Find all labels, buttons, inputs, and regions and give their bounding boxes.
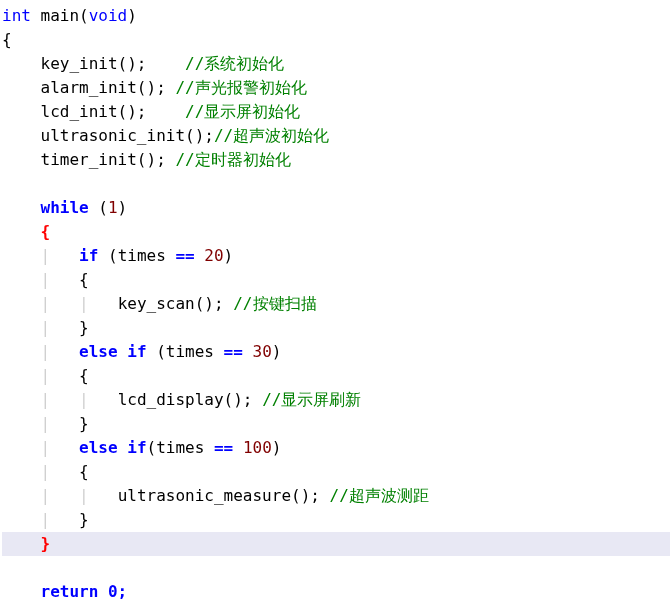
call-ultrasonic-measure: ultrasonic_measure(); [118, 486, 320, 505]
comment: //超声波初始化 [214, 126, 329, 145]
fn-main: main [41, 6, 80, 25]
return-stmt: return 0; [41, 582, 128, 601]
call-key-init: key_init(); [41, 54, 147, 73]
while-cond: 1 [108, 198, 118, 217]
kw-else: else [79, 342, 118, 361]
comment: //声光报警初始化 [175, 78, 306, 97]
literal: 30 [253, 342, 272, 361]
call-ultrasonic-init: ultrasonic_init(); [41, 126, 214, 145]
brace-open: { [79, 462, 89, 481]
comment: //显示屏初始化 [185, 102, 300, 121]
kw-while: while [41, 198, 89, 217]
brace-while-close: } [41, 534, 51, 553]
kw-if: if [127, 342, 146, 361]
brace-while-open: { [41, 222, 51, 241]
kw-if: if [127, 438, 146, 457]
comment: //显示屏刷新 [262, 390, 361, 409]
comment: //系统初始化 [185, 54, 284, 73]
call-key-scan: key_scan(); [118, 294, 224, 313]
call-lcd-init: lcd_init(); [41, 102, 147, 121]
brace-fn-open: { [2, 30, 12, 49]
type-int: int [2, 6, 31, 25]
kw-else: else [79, 438, 118, 457]
var-times: times [118, 246, 166, 265]
call-lcd-display: lcd_display(); [118, 390, 253, 409]
brace-close: } [79, 414, 89, 433]
literal: 20 [204, 246, 223, 265]
call-alarm-init: alarm_init(); [41, 78, 166, 97]
comment: //定时器初始化 [175, 150, 290, 169]
brace-open: { [79, 270, 89, 289]
call-timer-init: timer_init(); [41, 150, 166, 169]
comment: //按键扫描 [233, 294, 316, 313]
line-signature: int main(void) [2, 6, 137, 25]
comment: //超声波测距 [330, 486, 429, 505]
brace-open: { [79, 366, 89, 385]
type-void: void [89, 6, 128, 25]
var-times: times [156, 438, 204, 457]
brace-close: } [79, 510, 89, 529]
var-times: times [166, 342, 214, 361]
highlighted-line: } [2, 532, 670, 556]
code-block: int main(void) { key_init(); //系统初始化 ala… [0, 0, 670, 604]
brace-close: } [79, 318, 89, 337]
kw-if: if [79, 246, 98, 265]
literal: 100 [243, 438, 272, 457]
